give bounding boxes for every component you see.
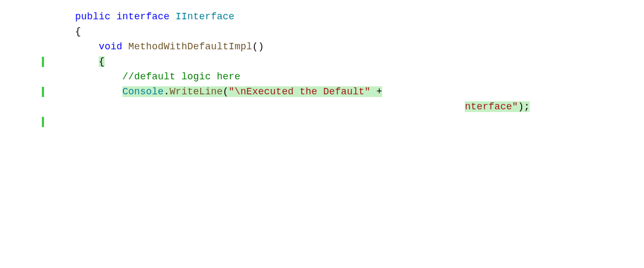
code-content: { [46, 25, 81, 40]
code-line[interactable] [0, 115, 644, 130]
code-line[interactable]: Console.WriteLine("\nExecuted the Defaul… [0, 85, 644, 100]
code-line[interactable]: nterface"); [0, 100, 644, 115]
code-line[interactable]: public interface IInterface [0, 10, 644, 25]
code-line[interactable]: { [0, 55, 644, 70]
coverage-mark[interactable] [42, 87, 44, 97]
code-editor: public interface IInterface { void Metho… [0, 0, 644, 130]
code-content: Console.WriteLine("\nExecuted the Defaul… [46, 85, 382, 100]
code-line[interactable]: //default logic here [0, 70, 644, 85]
code-content: public interface IInterface [46, 10, 235, 25]
code-content: //default logic here [46, 70, 240, 85]
code-content: void MethodWithDefaultImpl() [46, 40, 264, 55]
coverage-mark[interactable] [42, 117, 44, 127]
code-line[interactable]: void MethodWithDefaultImpl() [0, 40, 644, 55]
code-content: nterface"); [46, 100, 530, 115]
code-line[interactable]: { [0, 25, 644, 40]
coverage-mark[interactable] [42, 57, 44, 67]
code-content: { [46, 55, 105, 70]
